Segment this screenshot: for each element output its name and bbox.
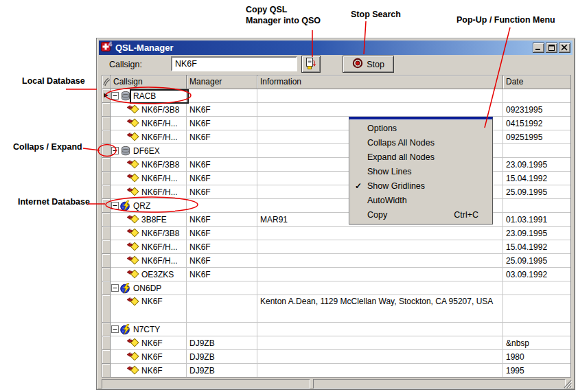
row-header-cell[interactable] [102, 240, 111, 254]
row-header-cell[interactable] [102, 254, 111, 268]
menu-item-show-gridlines[interactable]: ✓Show Gridlines [349, 178, 492, 193]
group-row-racb[interactable]: ▶RACB [102, 89, 570, 103]
manager-cell[interactable]: NK6F [187, 130, 257, 144]
date-cell[interactable] [503, 199, 571, 213]
menu-item-collaps-all-nodes[interactable]: Collaps All Nodes [349, 135, 492, 150]
callsign-cell[interactable]: ON6DP [111, 281, 187, 295]
date-cell[interactable]: 09231995 [503, 103, 571, 117]
date-cell[interactable]: 03.09.1992 [503, 268, 571, 281]
copy-qsl-manager-button[interactable] [301, 56, 321, 73]
collapse-toggle[interactable] [111, 147, 119, 154]
close-button[interactable] [559, 43, 570, 53]
table-row[interactable]: OE3ZKSNK6F03.09.1992 [102, 268, 570, 281]
table-row[interactable]: NK6FDJ9ZB1980 [102, 350, 570, 364]
row-header-cell[interactable]: ▶ [102, 89, 111, 103]
row-header-cell[interactable] [102, 130, 111, 144]
collapse-toggle[interactable] [111, 202, 119, 209]
grid-corner-cell[interactable] [102, 76, 111, 89]
row-header-cell[interactable] [102, 227, 111, 240]
information-cell[interactable] [257, 227, 503, 240]
information-cell[interactable] [257, 89, 503, 103]
column-header-date[interactable]: Date [503, 76, 571, 89]
row-header-cell[interactable] [102, 268, 111, 281]
table-row[interactable]: NK6F/H...NK6F15.04.1992 [102, 240, 570, 254]
manager-cell[interactable] [187, 89, 257, 103]
callsign-cell[interactable]: NK6F/H... [111, 254, 187, 268]
callsign-cell[interactable]: NK6F/H... [111, 130, 187, 144]
manager-cell[interactable]: NK6F [187, 103, 257, 117]
callsign-cell[interactable]: NK6F [111, 364, 187, 378]
date-cell[interactable]: 23.09.1995 [503, 158, 571, 172]
table-row[interactable]: NK6FKenton A.Dean, 1129 McClellan Way, S… [102, 295, 570, 323]
date-cell[interactable]: 1995 [503, 364, 571, 378]
information-cell[interactable] [257, 268, 503, 281]
callsign-cell[interactable]: NK6F/3B8 [111, 158, 187, 172]
callsign-cell[interactable]: DF6EX [111, 144, 187, 158]
table-row[interactable]: NK6F/H...NK6F25.09.1995 [102, 185, 570, 199]
information-cell[interactable] [257, 240, 503, 254]
callsign-cell[interactable]: NK6F/H... [111, 117, 187, 130]
table-row[interactable]: 3B8FENK6FMAR9101.03.1991 [102, 213, 570, 227]
date-cell[interactable]: 15.04.1992 [503, 240, 571, 254]
manager-cell[interactable]: NK6F [187, 254, 257, 268]
manager-cell[interactable]: NK6F [187, 227, 257, 240]
table-row[interactable]: NK6F/H...NK6F09251995 [102, 130, 570, 144]
row-header-cell[interactable] [102, 117, 111, 130]
callsign-cell[interactable]: RACB [111, 89, 187, 103]
date-cell[interactable] [503, 281, 571, 295]
manager-cell[interactable]: DJ9ZB [187, 364, 257, 378]
date-cell[interactable]: 15.04.1992 [503, 172, 571, 185]
date-cell[interactable] [503, 89, 571, 103]
row-header-cell[interactable] [102, 185, 111, 199]
manager-cell[interactable] [187, 281, 257, 295]
collapse-toggle[interactable] [111, 325, 119, 333]
manager-cell[interactable] [187, 144, 257, 158]
menu-item-expand-all-nodes[interactable]: Expand all Nodes [349, 150, 492, 164]
menu-item-show-lines[interactable]: Show Lines [349, 164, 492, 178]
manager-cell[interactable]: NK6F [187, 268, 257, 281]
callsign-cell[interactable]: QRZ [111, 199, 187, 213]
group-row-n7cty[interactable]: N7CTY [102, 323, 570, 336]
menu-item-copy[interactable]: CopyCtrl+C [349, 207, 492, 222]
information-cell[interactable]: Kenton A.Dean, 1129 McClellan Way, Stock… [257, 295, 503, 323]
callsign-cell[interactable]: NK6F/H... [111, 172, 187, 185]
row-header-cell[interactable] [102, 213, 111, 227]
row-header-cell[interactable] [102, 199, 111, 213]
date-cell[interactable] [503, 295, 571, 323]
date-cell[interactable]: 1980 [503, 350, 571, 364]
row-header-cell[interactable] [102, 364, 111, 378]
table-row[interactable]: NK6F/3B8NK6F23.09.1995 [102, 227, 570, 240]
collapse-toggle[interactable] [111, 92, 119, 100]
table-row[interactable]: NK6F/H...NK6F25.09.1995 [102, 254, 570, 268]
information-cell[interactable] [257, 336, 503, 350]
manager-cell[interactable]: DJ9ZB [187, 336, 257, 350]
table-row[interactable]: NK6F/3B8NK6F09231995 [102, 103, 570, 117]
row-header-cell[interactable] [102, 295, 111, 323]
manager-cell[interactable]: NK6F [187, 213, 257, 227]
minimize-button[interactable] [533, 43, 544, 53]
callsign-cell[interactable]: NK6F [111, 336, 187, 350]
date-cell[interactable]: 25.09.1995 [503, 254, 571, 268]
date-cell[interactable]: &nbsp [503, 336, 571, 350]
row-header-cell[interactable] [102, 336, 111, 350]
information-cell[interactable] [257, 350, 503, 364]
row-header-cell[interactable] [102, 323, 111, 336]
group-row-on6dp[interactable]: ON6DP [102, 281, 570, 295]
date-cell[interactable]: 25.09.1995 [503, 185, 571, 199]
callsign-cell[interactable]: NK6F [111, 295, 187, 323]
callsign-cell[interactable]: NK6F/H... [111, 185, 187, 199]
manager-cell[interactable]: NK6F [187, 172, 257, 185]
information-cell[interactable] [257, 103, 503, 117]
table-row[interactable]: NK6F/H...NK6F15.04.1992 [102, 172, 570, 185]
manager-cell[interactable]: NK6F [187, 240, 257, 254]
callsign-cell[interactable]: 3B8FE [111, 213, 187, 227]
callsign-cell[interactable]: NK6F/3B8 [111, 103, 187, 117]
manager-cell[interactable]: DJ9ZB [187, 350, 257, 364]
callsign-cell[interactable]: NK6F [111, 350, 187, 364]
menu-item-options[interactable]: Options [349, 121, 492, 135]
date-cell[interactable]: 04151992 [503, 117, 571, 130]
information-cell[interactable] [257, 254, 503, 268]
row-header-cell[interactable] [102, 281, 111, 295]
manager-cell[interactable]: NK6F [187, 117, 257, 130]
column-header-information[interactable]: Information [257, 76, 503, 89]
